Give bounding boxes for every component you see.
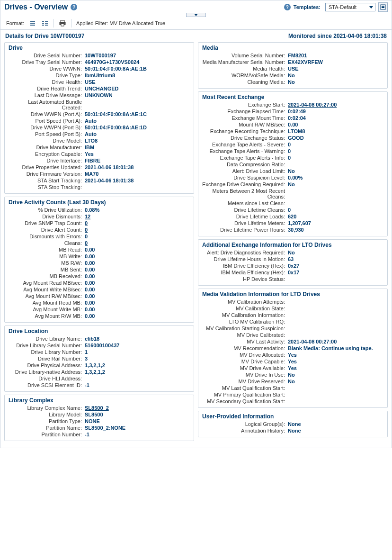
- property-row: Media Manufacturer Serial Number:EX42XVR…: [198, 59, 387, 65]
- property-row: MV Calibration Information:: [198, 312, 387, 318]
- property-label: Drive Suspicion Level:: [202, 175, 288, 181]
- property-row: Partition Number:-1: [5, 431, 194, 438]
- property-link[interactable]: 0: [85, 240, 88, 246]
- property-value: 1,207,607: [288, 220, 383, 226]
- settings-icon[interactable]: [378, 2, 388, 12]
- property-row: Exchange Start:2021-04-08 00:27:00: [198, 101, 387, 108]
- property-value: MA70: [85, 171, 190, 177]
- property-label: Media Health:: [202, 66, 288, 72]
- print-icon[interactable]: [59, 19, 66, 27]
- property-row: MV Calibration Attempts:: [198, 298, 387, 305]
- property-value: UNCHANGED: [85, 86, 190, 91]
- property-value: 0.00: [85, 273, 190, 279]
- property-value: 0.00: [85, 293, 190, 299]
- property-link[interactable]: 2021-04-08 00:27:00: [288, 102, 337, 108]
- property-value: Yes: [288, 359, 383, 364]
- panel-user-info: User-Provided InformationLogical Group(s…: [198, 411, 388, 437]
- property-value: IBM: [85, 145, 190, 150]
- property-label: MV Drive Available:: [202, 365, 288, 371]
- collapse-handle-icon[interactable]: [186, 13, 206, 17]
- property-label: Drive Interface:: [9, 158, 85, 163]
- property-label: Meters Between 2 Most Recent Cleans:: [202, 188, 288, 199]
- property-label: Exchange Tape Alerts - Warning:: [202, 148, 288, 154]
- property-row: Drive Firmware Version:MA70: [5, 171, 194, 177]
- property-label: Dismounts with Errors:: [9, 234, 85, 239]
- property-value: 0: [85, 234, 190, 239]
- property-value: 3: [85, 356, 190, 361]
- property-value: None: [288, 428, 383, 434]
- property-value: 50:01:04:F0:00:8A:AE:1D: [85, 125, 190, 130]
- property-value: [85, 376, 190, 381]
- property-label: Exchange Mount Time:: [202, 115, 288, 121]
- property-value: 1: [85, 349, 190, 355]
- property-row: Drive SNMP Trap Count:0: [5, 220, 194, 226]
- format-label: Format:: [6, 20, 24, 26]
- property-value: 464970G+1730VS0024: [85, 59, 190, 65]
- property-value: 2021-04-08 00:27:00: [288, 339, 383, 344]
- property-value: No: [288, 72, 383, 78]
- property-value: GOOD: [288, 135, 383, 141]
- property-value: 0.00: [85, 253, 190, 259]
- property-label: Drive Dismounts:: [9, 214, 85, 219]
- property-row: Exchange Recording Technique:LTOM8: [198, 128, 387, 135]
- property-label: Exchange Elapsed Time:: [202, 108, 288, 114]
- property-value: Yes: [85, 151, 190, 157]
- property-label: STA Stop Tracking:: [9, 184, 85, 190]
- property-row: Drive Lifetime Meters:1,207,607: [198, 220, 387, 226]
- property-value: 0: [288, 207, 383, 213]
- templates-label: Templates:: [294, 4, 321, 10]
- property-link[interactable]: 0: [85, 220, 88, 226]
- property-value: [288, 332, 383, 338]
- property-label: Last Automated Bundle Created:: [9, 99, 85, 110]
- property-row: Drive WWPN (Port B):50:01:04:F0:00:8A:AE…: [5, 124, 194, 131]
- panel-drive-location: Drive LocationDrive Library Name:elib18D…: [4, 325, 194, 392]
- property-value: No: [288, 372, 383, 378]
- property-row: Drive Properties Updated:2021-04-06 18:0…: [5, 164, 194, 171]
- property-link[interactable]: 0: [85, 227, 88, 233]
- property-label: Avg Mount Write MB:: [9, 307, 85, 312]
- property-link[interactable]: SL8500_2: [85, 405, 109, 411]
- property-value: 63: [288, 256, 383, 262]
- property-link[interactable]: FM8201: [288, 53, 307, 58]
- property-label: MV Calibration Attempts:: [202, 299, 288, 305]
- property-value: 50:01:04:F0:00:8A:AE:1B: [85, 66, 190, 72]
- property-row: MB Received:0.00: [5, 273, 194, 280]
- property-label: Drive Tray Serial Number:: [9, 59, 85, 65]
- property-row: IBM Media Efficiency (Hex):0x17: [198, 269, 387, 276]
- property-label: Library Model:: [9, 412, 85, 417]
- panel-drive: DriveDrive Serial Number:10WT000197Drive…: [4, 42, 194, 194]
- help-icon[interactable]: ?: [71, 4, 77, 10]
- property-value: SL8500_2:NONE: [85, 425, 190, 431]
- panel-title-media-validation: Media Validation Information for LTO Dri…: [198, 291, 387, 298]
- property-value: Yes: [288, 365, 383, 371]
- property-value: 0.00: [85, 260, 190, 266]
- property-value: 2021-04-06 18:01:38: [85, 178, 190, 183]
- help-icon-right[interactable]: ?: [284, 4, 291, 10]
- panel-title-drive-activity: Drive Activity Counts (Last 30 Days): [5, 199, 194, 207]
- property-row: Exchange Elapsed Time:0:02:49: [198, 108, 387, 115]
- property-value: [288, 200, 383, 206]
- property-value: 0.00: [85, 247, 190, 253]
- format-detail-icon[interactable]: [41, 19, 49, 27]
- panel-title-lto-info: Additional Exchange Information for LTO …: [198, 242, 387, 249]
- property-link[interactable]: 12: [85, 214, 90, 219]
- property-value: [288, 312, 383, 318]
- property-value: 50:01:04:F0:00:8A:AE:1C: [85, 111, 190, 117]
- property-link[interactable]: 516000100437: [85, 343, 119, 348]
- format-list-icon[interactable]: [29, 19, 36, 27]
- property-link[interactable]: 0: [85, 234, 88, 239]
- property-value: 0: [288, 148, 383, 154]
- svg-rect-14: [61, 24, 64, 26]
- templates-dropdown[interactable]: STA-Default: [325, 3, 375, 11]
- panel-title-user-info: User-Provided Information: [198, 413, 387, 421]
- property-value: Auto: [85, 131, 190, 137]
- property-value: 0:02:04: [288, 115, 383, 121]
- details-heading: Details for Drive 10WT000197: [5, 33, 84, 39]
- property-row: Drive Health Trend:UNCHANGED: [5, 85, 194, 92]
- property-row: Drive Serial Number:10WT000197: [5, 52, 194, 59]
- property-label: IBM Drive Efficiency (Hex):: [202, 263, 288, 269]
- property-row: Drive Interface:FIBRE: [5, 157, 194, 164]
- property-label: Avg Mount Read MB/sec:: [9, 280, 85, 286]
- property-value: 0: [288, 142, 383, 147]
- property-label: Drive Lifetime Hours in Motion:: [202, 256, 288, 262]
